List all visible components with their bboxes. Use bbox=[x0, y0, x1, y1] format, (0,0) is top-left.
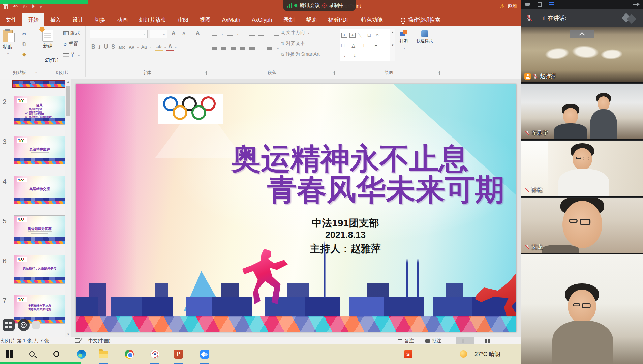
thumbnail-slide-1-selected[interactable] bbox=[12, 80, 65, 88]
tab-home[interactable]: 开始 bbox=[22, 13, 44, 26]
layout-mode-icon[interactable] bbox=[538, 2, 542, 7]
slide-subtitle-1[interactable]: 中法191团支部 bbox=[265, 216, 426, 230]
bold-button[interactable]: B bbox=[90, 42, 97, 51]
thumbnail-slide-3[interactable]: 奥运精神宣讲 bbox=[14, 136, 65, 164]
slide-sorter-button[interactable] bbox=[479, 337, 497, 344]
start-slideshow-icon[interactable]: ⏵ bbox=[32, 3, 35, 10]
cut-icon[interactable]: ✂ bbox=[22, 31, 27, 37]
paragraph-dialog-launcher[interactable]: ↘ bbox=[330, 71, 335, 75]
thumbnail-slide-4[interactable]: 奥运精神交流 bbox=[14, 176, 65, 204]
video-tile-1[interactable]: 赵雅萍 bbox=[521, 27, 643, 83]
scroll-down-icon[interactable]: ▼ bbox=[65, 332, 71, 337]
text-direction-button[interactable]: ⇊ 文字方向 ⌄ bbox=[281, 28, 310, 37]
slide-title-line2[interactable]: 青春风华未来可期 bbox=[76, 170, 504, 210]
minimize-icon[interactable] bbox=[525, 3, 530, 6]
tell-me-search[interactable]: 操作说明搜索 bbox=[396, 13, 445, 26]
bullets-icon[interactable] bbox=[212, 32, 217, 36]
vertical-textbox-icon[interactable]: A bbox=[349, 33, 356, 38]
highlight-button[interactable]: ab bbox=[155, 42, 163, 51]
qat-customize-icon[interactable]: ▾ bbox=[39, 3, 42, 10]
scrollbar-thumb[interactable] bbox=[66, 86, 70, 116]
collapse-panel-button[interactable] bbox=[570, 30, 594, 38]
reset-button[interactable]: ↺ 重置 bbox=[63, 40, 78, 49]
decrease-indent-icon[interactable] bbox=[249, 32, 255, 36]
align-text-button[interactable]: ⇅ 对齐文本 ⌄ bbox=[281, 39, 310, 48]
clear-formatting-button[interactable]: A bbox=[194, 29, 202, 38]
save-icon[interactable] bbox=[3, 4, 8, 9]
smiley-icon[interactable] bbox=[18, 319, 30, 331]
drawing-dialog-launcher[interactable]: ↘ bbox=[435, 71, 440, 75]
grid-icon[interactable] bbox=[3, 319, 15, 331]
shapes-scrollbar[interactable]: ▴▾⌄ bbox=[390, 29, 395, 61]
tab-animations[interactable]: 动画 bbox=[111, 13, 133, 26]
chrome-icon[interactable] bbox=[124, 349, 134, 359]
meeting-float-toolbar[interactable] bbox=[3, 319, 40, 331]
font-name-combo[interactable]: ⌄ bbox=[90, 30, 148, 38]
tab-view[interactable]: 视图 bbox=[194, 13, 216, 26]
tab-insert[interactable]: 插入 bbox=[44, 13, 67, 26]
notes-toggle[interactable]: 备注 bbox=[398, 337, 414, 344]
video-tile-5[interactable] bbox=[521, 254, 643, 364]
tab-transitions[interactable]: 切换 bbox=[89, 13, 111, 26]
tab-review[interactable]: 审阅 bbox=[172, 13, 194, 26]
font-size-combo[interactable]: ⌄ bbox=[150, 30, 167, 38]
align-right-icon[interactable] bbox=[231, 46, 236, 50]
drag-handle[interactable] bbox=[32, 321, 40, 329]
slide-subtitle-2[interactable]: 2021.8.13 bbox=[265, 230, 426, 240]
section-button[interactable]: 节 ⌄ bbox=[63, 51, 80, 59]
tab-file[interactable]: 文件 bbox=[0, 13, 22, 26]
grow-font-button[interactable]: A bbox=[170, 29, 177, 38]
search-icon[interactable] bbox=[27, 349, 37, 359]
shrink-font-button[interactable]: A bbox=[181, 29, 187, 38]
tab-help[interactable]: 帮助 bbox=[300, 13, 323, 26]
smartart-button[interactable]: ⧉ 转换为 SmartArt ⌄ bbox=[281, 50, 325, 59]
format-painter-icon[interactable]: ◆ bbox=[22, 51, 26, 57]
edge-icon[interactable] bbox=[76, 349, 86, 359]
thumbnail-slide-6[interactable]: 奥运榜样，从激励到参与 bbox=[14, 255, 65, 284]
shapes-grid[interactable]: AA＼ □ ○ □ △ ∟ ⌐ → ↓ ☆ ( { } bbox=[340, 29, 390, 61]
comments-toggle[interactable]: 批注 bbox=[425, 337, 441, 344]
tab-record[interactable]: 录制 bbox=[278, 13, 300, 26]
dock-arrow-icon[interactable] bbox=[633, 3, 640, 6]
sogou-input-icon[interactable]: S bbox=[403, 349, 413, 359]
olympic-rings-image[interactable] bbox=[158, 94, 223, 124]
slide-thumbnail-pane[interactable]: 2 目录 一、奥运精神宣讲 二、奥运精神交流 三、奥运知识竞答赛 四、奥运榜样，… bbox=[0, 79, 65, 337]
distribute-icon[interactable] bbox=[249, 46, 255, 50]
align-center-icon[interactable] bbox=[221, 46, 226, 50]
tab-slideshow[interactable]: 幻灯片放映 bbox=[133, 13, 172, 26]
underline-button[interactable]: U bbox=[102, 42, 110, 51]
start-button[interactable] bbox=[5, 349, 15, 359]
powerpoint-taskbar-icon[interactable]: P bbox=[173, 349, 183, 359]
tab-design[interactable]: 设计 bbox=[67, 13, 89, 26]
strikethrough-button[interactable]: abc bbox=[117, 42, 127, 51]
slide-subtitle-3[interactable]: 主持人：赵雅萍 bbox=[265, 242, 426, 256]
titlebar-account[interactable]: ⚠ 赵雅 bbox=[500, 3, 518, 9]
slide-editor[interactable]: 奥运精神永不止息 青春风华未来可期 中法191团支部 2021.8.13 主持人… bbox=[76, 84, 516, 332]
quick-styles-button[interactable]: 快速样式 ⌄ bbox=[417, 30, 433, 49]
clipboard-dialog-launcher[interactable]: ↘ bbox=[33, 71, 37, 75]
char-spacing-button[interactable]: AV bbox=[127, 42, 136, 51]
paste-button[interactable]: 粘贴 ⌄ bbox=[3, 30, 13, 55]
tab-foxit-pdf[interactable]: 福昕PDF bbox=[323, 13, 356, 26]
weather-sun-icon[interactable] bbox=[458, 349, 468, 359]
tab-axmath[interactable]: AxMath bbox=[216, 13, 246, 26]
thumbnail-scrollbar[interactable]: ▲ ▼ bbox=[65, 79, 71, 337]
italic-button[interactable]: I bbox=[97, 42, 102, 51]
shapes-gallery[interactable]: AA＼ □ ○ □ △ ∟ ⌐ → ↓ ☆ ( { } ▴▾⌄ bbox=[340, 29, 395, 61]
normal-view-button[interactable] bbox=[456, 337, 474, 344]
font-color-button[interactable]: A bbox=[166, 42, 174, 51]
meeting-recording-pill[interactable]: 腾讯会议 录制中 bbox=[283, 0, 356, 11]
copy-icon[interactable]: ⧉ bbox=[22, 41, 26, 47]
weather-text[interactable]: 27°C 晴朗 bbox=[474, 350, 500, 358]
thumbnail-slide-2[interactable]: 目录 一、奥运精神宣讲 二、奥运精神交流 三、奥运知识竞答赛 四、奥运榜样，从激… bbox=[14, 96, 65, 125]
cortana-icon[interactable] bbox=[51, 349, 61, 359]
file-explorer-icon[interactable] bbox=[98, 349, 109, 359]
video-tile-3[interactable]: 孙乾 bbox=[521, 141, 643, 197]
justify-icon[interactable] bbox=[240, 46, 245, 50]
scroll-up-icon[interactable]: ▲ bbox=[65, 79, 71, 84]
reading-view-button[interactable] bbox=[501, 337, 520, 344]
textbox-icon[interactable]: A bbox=[341, 33, 347, 38]
language-status[interactable]: 中文(中国) bbox=[88, 338, 110, 344]
font-dialog-launcher[interactable]: ↘ bbox=[202, 71, 207, 75]
arrange-button[interactable]: 排列 ⌄ bbox=[400, 30, 408, 49]
